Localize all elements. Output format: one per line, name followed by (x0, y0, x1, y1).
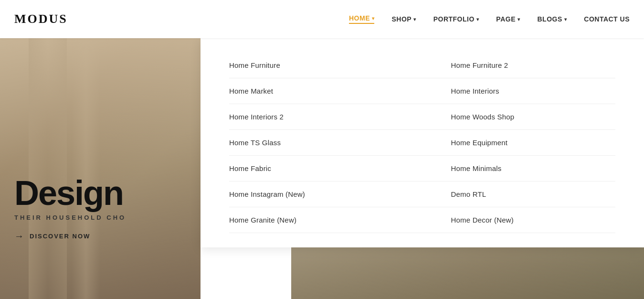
dropdown-grid: Home Furniture Home Market Home Interior… (229, 53, 615, 233)
nav-contact[interactable]: CONTACT US (584, 15, 630, 23)
hero-design-text: Design (14, 176, 126, 210)
hero-background: Design THEIR HOUSEHOLD CHO → DISCOVER NO… (0, 38, 201, 299)
menu-item-home-interiors-2[interactable]: Home Interiors 2 (229, 104, 422, 130)
chevron-down-icon: ▾ (564, 17, 567, 22)
discover-now-button[interactable]: → DISCOVER NOW (14, 231, 126, 242)
menu-item-home-minimals[interactable]: Home Minimals (422, 156, 616, 182)
hero-text-block: Design THEIR HOUSEHOLD CHO → DISCOVER NO… (14, 176, 126, 242)
menu-item-home-equipment[interactable]: Home Equipment (422, 130, 616, 156)
nav-portfolio[interactable]: PORTFOLIO ▾ (433, 15, 479, 23)
menu-item-home-furniture[interactable]: Home Furniture (229, 53, 422, 78)
nav-page[interactable]: PAGE ▾ (496, 15, 520, 23)
chevron-down-icon: ▾ (476, 17, 479, 22)
menu-item-demo-rtl[interactable]: Demo RTL (422, 182, 616, 207)
dropdown-left-col: Home Furniture Home Market Home Interior… (229, 53, 422, 233)
curtain-detail-1 (29, 38, 67, 299)
nav-shop[interactable]: SHOP ▾ (391, 15, 416, 23)
chevron-down-icon: ▾ (517, 17, 520, 22)
menu-item-home-market[interactable]: Home Market (229, 78, 422, 104)
menu-item-home-decor[interactable]: Home Decor (New) (422, 207, 616, 233)
menu-item-home-instagram[interactable]: Home Instagram (New) (229, 182, 422, 207)
chevron-down-icon: ▾ (372, 16, 375, 21)
menu-item-home-granite[interactable]: Home Granite (New) (229, 207, 422, 233)
chevron-down-icon: ▾ (413, 17, 416, 22)
menu-item-home-woods-shop[interactable]: Home Woods Shop (422, 104, 616, 130)
arrow-icon: → (14, 231, 25, 242)
curtain-detail-2 (72, 38, 100, 299)
menu-item-home-ts-glass[interactable]: Home TS Glass (229, 130, 422, 156)
dropdown-right-col: Home Furniture 2 Home Interiors Home Woo… (422, 53, 616, 233)
home-dropdown-menu: Home Furniture Home Market Home Interior… (201, 38, 644, 247)
menu-item-home-furniture-2[interactable]: Home Furniture 2 (422, 53, 616, 78)
main-nav: HOME ▾ SHOP ▾ PORTFOLIO ▾ PAGE ▾ BLOGS ▾… (349, 14, 630, 24)
nav-home[interactable]: HOME ▾ (349, 14, 375, 24)
nav-blogs[interactable]: BLOGS ▾ (537, 15, 567, 23)
menu-item-home-interiors[interactable]: Home Interiors (422, 78, 616, 104)
menu-item-home-fabric[interactable]: Home Fabric (229, 156, 422, 182)
hero-subtitle: THEIR HOUSEHOLD CHO (14, 214, 126, 221)
header: MODUS HOME ▾ SHOP ▾ PORTFOLIO ▾ PAGE ▾ B… (0, 0, 644, 38)
logo[interactable]: MODUS (14, 12, 68, 26)
